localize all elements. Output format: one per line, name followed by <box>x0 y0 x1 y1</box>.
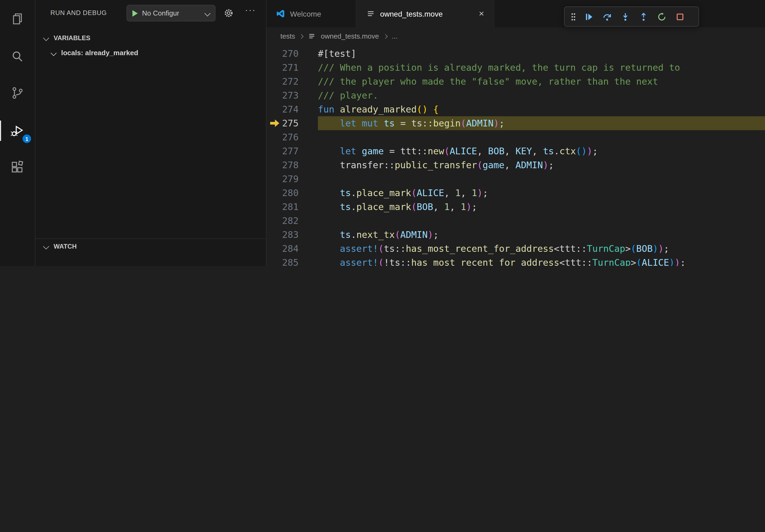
step-into-button[interactable] <box>616 9 634 25</box>
code-text[interactable] <box>318 214 765 228</box>
search-icon[interactable] <box>0 43 35 69</box>
source-control-icon[interactable] <box>0 80 35 106</box>
line-number-gutter[interactable]: 281 <box>267 200 299 214</box>
code-line[interactable]: 283 ts.next_tx(ADMIN); <box>267 228 765 242</box>
watch-header[interactable]: WATCH <box>35 239 266 254</box>
tab-welcome[interactable]: Welcome <box>267 0 357 27</box>
line-number: 276 <box>282 132 299 142</box>
step-out-button[interactable] <box>634 9 652 25</box>
code-line[interactable]: 279 <box>267 172 765 186</box>
code-line[interactable]: 285 assert!(!ts::has_most_recent_for_add… <box>267 256 765 266</box>
line-number: 277 <box>282 146 299 156</box>
line-number-gutter[interactable]: 276 <box>267 130 299 144</box>
chevron-right-icon <box>383 34 387 39</box>
line-number-gutter[interactable]: 283 <box>267 228 299 242</box>
code-text[interactable]: assert!(ts::has_most_recent_for_address<… <box>318 242 765 256</box>
line-number-gutter[interactable]: 274 <box>267 102 299 116</box>
code-line[interactable]: 276 <box>267 130 765 144</box>
debug-config-dropdown[interactable]: No Configur <box>127 5 216 21</box>
line-number: 272 <box>282 76 299 87</box>
code-text[interactable]: fun already_marked() { <box>318 102 765 116</box>
line-number: 275 <box>282 118 299 129</box>
breadcrumb-more[interactable]: ... <box>392 32 398 40</box>
code-line[interactable]: 271/// When a position is already marked… <box>267 61 765 75</box>
line-number-gutter[interactable]: 285 <box>267 256 299 266</box>
line-number-gutter[interactable]: 284 <box>267 242 299 256</box>
sidebar-header: RUN AND DEBUG No Configur ··· <box>35 0 266 27</box>
code-text[interactable]: let mut ts = ts::begin(ADMIN); <box>318 116 765 130</box>
code-line[interactable]: 275 let mut ts = ts::begin(ADMIN); <box>267 116 765 130</box>
run-debug-icon[interactable]: 1 <box>0 118 35 143</box>
step-over-button[interactable] <box>598 9 616 25</box>
debug-count-badge: 1 <box>23 134 31 143</box>
code-text[interactable]: let game = ttt::new(ALICE, BOB, KEY, ts.… <box>318 144 765 158</box>
line-number: 285 <box>282 257 299 266</box>
line-number-gutter[interactable]: 272 <box>267 75 299 89</box>
code-text[interactable]: /// player. <box>318 89 765 102</box>
run-debug-sidebar: RUN AND DEBUG No Configur ··· VARIABLES … <box>35 0 267 266</box>
line-number: 273 <box>282 90 299 101</box>
line-number-gutter[interactable]: 271 <box>267 61 299 75</box>
code-text[interactable]: ts.place_mark(ALICE, 1, 1); <box>318 186 765 200</box>
line-number-gutter[interactable]: 277 <box>267 144 299 158</box>
tab-welcome-label: Welcome <box>290 9 321 18</box>
code-line[interactable]: 272/// the player who made the "false" m… <box>267 75 765 89</box>
code-line[interactable]: 284 assert!(ts::has_most_recent_for_addr… <box>267 242 765 256</box>
vscode-logo-icon <box>276 9 285 18</box>
code-line[interactable]: 280 ts.place_mark(ALICE, 1, 1); <box>267 186 765 200</box>
line-number-gutter[interactable]: 270 <box>267 47 299 61</box>
code-text[interactable]: transfer::public_transfer(game, ADMIN); <box>318 158 765 172</box>
continue-button[interactable] <box>579 9 598 25</box>
line-number-gutter[interactable]: 275 <box>267 116 299 130</box>
code-text[interactable]: ts.place_mark(BOB, 1, 1); <box>318 200 765 214</box>
chevron-down-icon <box>205 10 211 16</box>
stop-button[interactable] <box>671 9 689 25</box>
breadcrumb-file[interactable]: owned_tests.move <box>321 32 379 40</box>
code-line[interactable]: 278 transfer::public_transfer(game, ADMI… <box>267 158 765 172</box>
code-line[interactable]: 282 <box>267 214 765 228</box>
more-actions-icon[interactable]: ··· <box>245 5 256 15</box>
breadcrumb: tests owned_tests.move ... <box>267 27 765 45</box>
line-number: 270 <box>282 48 299 59</box>
extensions-icon[interactable] <box>0 154 35 180</box>
editor-area: Welcome owned_tests.move × <box>267 0 765 266</box>
restart-button[interactable] <box>652 9 671 25</box>
variables-header[interactable]: VARIABLES <box>35 31 266 46</box>
code-text[interactable] <box>318 172 765 186</box>
line-number: 281 <box>282 201 299 212</box>
line-number-gutter[interactable]: 282 <box>267 214 299 228</box>
code-line[interactable]: 277 let game = ttt::new(ALICE, BOB, KEY,… <box>267 144 765 158</box>
drag-handle-icon[interactable] <box>567 9 579 25</box>
line-number: 271 <box>282 62 299 73</box>
line-number: 278 <box>282 160 299 170</box>
chevron-down-icon <box>43 243 49 250</box>
line-number-gutter[interactable]: 280 <box>267 186 299 200</box>
line-number-gutter[interactable]: 273 <box>267 89 299 102</box>
chevron-right-icon <box>299 34 304 39</box>
code-text[interactable]: #[test] <box>318 47 765 61</box>
code-line[interactable]: 270#[test] <box>267 47 765 61</box>
breadcrumb-folder[interactable]: tests <box>280 32 295 40</box>
code-text[interactable]: /// the player who made the "false" move… <box>318 75 765 89</box>
line-number-gutter[interactable]: 279 <box>267 172 299 186</box>
watch-label: WATCH <box>54 243 77 250</box>
code-text[interactable]: assert!(!ts::has_most_recent_for_address… <box>318 256 765 266</box>
chevron-down-icon <box>43 35 49 41</box>
explorer-icon[interactable] <box>0 6 35 32</box>
chevron-down-icon <box>51 50 57 56</box>
code-text[interactable]: ts.next_tx(ADMIN); <box>318 228 765 242</box>
move-file-icon <box>366 9 375 18</box>
line-number-gutter[interactable]: 278 <box>267 158 299 172</box>
debug-settings-gear-icon[interactable] <box>224 8 234 20</box>
code-text[interactable] <box>318 130 765 144</box>
start-debug-icon <box>132 10 138 16</box>
code-line[interactable]: 273/// player. <box>267 89 765 102</box>
close-icon[interactable]: × <box>479 9 484 18</box>
code-line[interactable]: 274fun already_marked() { <box>267 102 765 116</box>
tab-owned-tests[interactable]: owned_tests.move × <box>357 0 494 27</box>
code-line[interactable]: 281 ts.place_mark(BOB, 1, 1); <box>267 200 765 214</box>
variables-section: VARIABLES locals: already_marked <box>35 31 266 60</box>
locals-scope-row[interactable]: locals: already_marked <box>35 46 266 60</box>
code-lines: 270#[test]271/// When a position is alre… <box>267 45 765 266</box>
code-text[interactable]: /// When a position is already marked, t… <box>318 61 765 75</box>
